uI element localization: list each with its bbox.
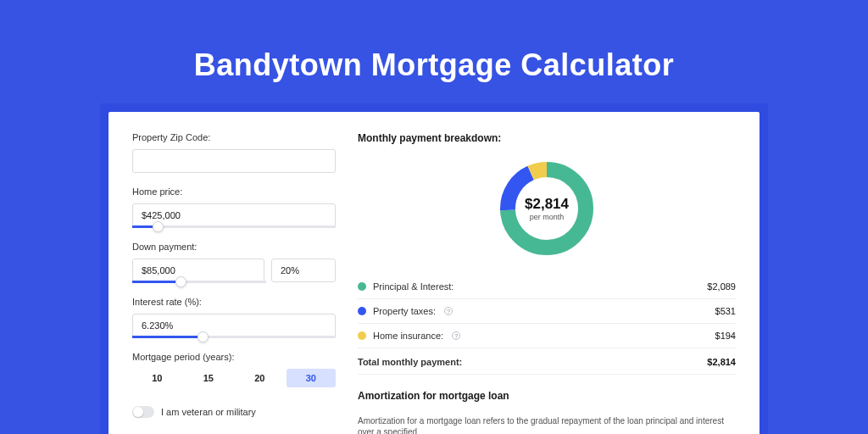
page-title: Bandytown Mortgage Calculator [0, 47, 868, 83]
slider-thumb[interactable] [153, 221, 164, 232]
legend-total-row: Total monthly payment: $2,814 [358, 348, 736, 375]
interest-rate-slider[interactable] [132, 336, 336, 338]
mortgage-period-option-30[interactable]: 30 [287, 369, 337, 387]
legend-left: Property taxes:? [358, 306, 453, 316]
breakdown-column: Monthly payment breakdown: $2,814 per mo… [358, 132, 736, 434]
info-icon[interactable]: ? [452, 331, 460, 340]
slider-thumb[interactable] [198, 331, 209, 342]
legend-dot-icon [358, 307, 366, 315]
legend-row: Home insurance:?$194 [358, 324, 736, 348]
legend-total-label: Total monthly payment: [358, 357, 462, 367]
legend-total-value: $2,814 [707, 357, 736, 367]
legend-label: Principal & Interest: [373, 281, 453, 292]
mortgage-period-option-10[interactable]: 10 [132, 369, 182, 387]
amortization-section: Amortization for mortgage loan Amortizat… [358, 390, 736, 434]
legend: Principal & Interest:$2,089Property taxe… [358, 275, 736, 348]
slider-fill [132, 336, 198, 338]
down-payment-slider[interactable] [132, 281, 266, 283]
donut-chart: $2,814 per month [496, 158, 598, 259]
legend-row: Principal & Interest:$2,089 [358, 275, 736, 299]
calculator-outer-card: Property Zip Code: Home price: Down paym… [100, 103, 768, 434]
down-payment-label: Down payment: [132, 242, 336, 252]
mortgage-period-option-20[interactable]: 20 [235, 369, 285, 387]
slider-fill [132, 225, 153, 228]
slider-fill [132, 281, 175, 283]
down-payment-pct-input[interactable] [271, 259, 336, 282]
legend-row: Property taxes:?$531 [358, 299, 736, 324]
donut-sub: per month [530, 213, 565, 221]
zip-label: Property Zip Code: [132, 132, 336, 142]
zip-input[interactable] [132, 149, 336, 173]
hero: Bandytown Mortgage Calculator [0, 0, 868, 83]
interest-rate-label: Interest rate (%): [132, 297, 336, 307]
veteran-toggle[interactable] [132, 406, 154, 418]
legend-label: Property taxes: [373, 306, 436, 316]
legend-left: Home insurance:? [358, 331, 460, 341]
amortization-title: Amortization for mortgage loan [358, 390, 736, 402]
mortgage-period-label: Mortgage period (years): [132, 352, 336, 362]
legend-left: Principal & Interest: [358, 281, 453, 292]
info-icon[interactable]: ? [444, 307, 453, 315]
home-price-field-group: Home price: [132, 186, 336, 228]
donut-amount: $2,814 [525, 196, 569, 213]
donut-center: $2,814 per month [496, 158, 598, 259]
down-payment-field-group: Down payment: [132, 242, 336, 283]
veteran-toggle-row: I am veteran or military [132, 406, 336, 418]
calculator-card: Property Zip Code: Home price: Down paym… [108, 112, 760, 434]
mortgage-period-option-15[interactable]: 15 [184, 369, 234, 387]
legend-value: $2,089 [707, 281, 736, 292]
zip-field-group: Property Zip Code: [132, 132, 336, 173]
legend-dot-icon [358, 331, 366, 340]
legend-dot-icon [358, 282, 366, 291]
home-price-slider[interactable] [132, 225, 336, 228]
legend-label: Home insurance: [373, 331, 443, 341]
interest-rate-input[interactable] [132, 314, 336, 337]
slider-thumb[interactable] [175, 276, 186, 287]
home-price-label: Home price: [132, 186, 336, 197]
amortization-desc: Amortization for a mortgage loan refers … [358, 415, 736, 434]
veteran-label: I am veteran or military [161, 407, 256, 417]
legend-value: $531 [715, 306, 736, 316]
inputs-column: Property Zip Code: Home price: Down paym… [132, 132, 336, 434]
mortgage-period-options: 10152030 [132, 369, 336, 387]
breakdown-title: Monthly payment breakdown: [358, 132, 736, 144]
legend-value: $194 [715, 331, 736, 341]
donut-chart-wrap: $2,814 per month [358, 158, 736, 259]
down-payment-amount-input[interactable] [132, 259, 264, 282]
down-payment-row [132, 259, 336, 282]
mortgage-period-field-group: Mortgage period (years): 10152030 [132, 352, 336, 387]
interest-rate-field-group: Interest rate (%): [132, 297, 336, 338]
